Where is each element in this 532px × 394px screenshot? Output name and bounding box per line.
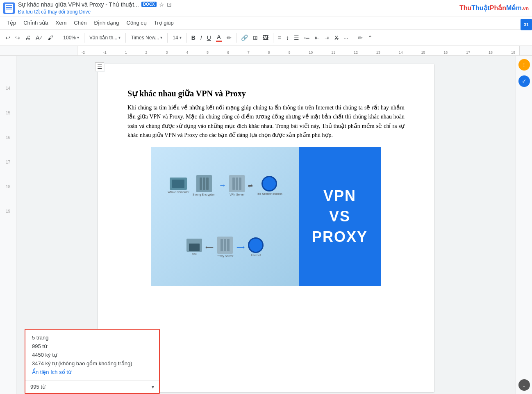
draw-button[interactable]: ✏: [356, 33, 365, 43]
label-proxy-server: Proxy Server: [217, 255, 233, 257]
label-vpn-server: VPN Server: [230, 193, 245, 196]
link-button[interactable]: 🔗: [239, 33, 250, 43]
spell-check-button[interactable]: A✓: [34, 33, 45, 43]
menu-edit[interactable]: Chỉnh sửa: [20, 18, 51, 27]
doc-heading: Sự khác nhau giữa VPN và Proxy: [127, 89, 405, 98]
ruler-marks: -2 -1 1 2 3 4 5 6 7 8 9 10 11 12 13 14 1…: [77, 50, 519, 55]
vs-label: VS: [329, 208, 350, 225]
ruler: -2 -1 1 2 3 4 5 6 7 8 9 10 11 12 13 14 1…: [0, 46, 532, 56]
wc-words: 995 từ: [32, 343, 152, 349]
page-num-4: 17: [0, 158, 16, 166]
drive-icon[interactable]: ⊡: [167, 1, 172, 8]
wc-hide-label[interactable]: Ẩn tiện ích số từ: [32, 369, 152, 375]
topbar: Sự khác nhau giữa VPN và Proxy - Thủ thu…: [0, 0, 532, 16]
align-button[interactable]: ≡: [276, 33, 283, 43]
logo-mem: Mềm: [506, 5, 522, 11]
logo-phan: Phần: [490, 5, 506, 11]
vpn-diagram-left: Whole Computer Strong Encryption: [151, 147, 299, 286]
calendar-icon[interactable]: 31: [521, 19, 532, 30]
list-button[interactable]: ☰: [292, 33, 301, 43]
page-layout-icon: ☰: [94, 61, 105, 72]
word-count-body: 5 trang 995 từ 4450 ký tự 3474 ký tự (kh…: [25, 330, 159, 380]
italic-button[interactable]: I: [198, 33, 204, 43]
proxy-row: You ⟵ Proxy Server: [186, 237, 264, 257]
arrow-left-proxy: ⟵: [205, 244, 214, 251]
menu-insert[interactable]: Chèn: [70, 18, 90, 27]
vpn-text-right: VPN VS PROXY: [299, 147, 381, 286]
star-icon[interactable]: ☆: [159, 1, 164, 8]
wc-dropdown-arrow[interactable]: ▾: [152, 384, 154, 390]
size-dropdown[interactable]: 14 ▾: [170, 34, 184, 42]
separator-4: [167, 33, 168, 43]
paint-format-button[interactable]: 🖌: [45, 33, 55, 43]
download-icon[interactable]: ↓: [518, 379, 530, 391]
toolbar: ↩ ↪ 🖨 A✓ 🖌 100% ▾ Văn bản th... ▾ Times …: [0, 30, 532, 46]
page-num-2: 15: [0, 109, 16, 117]
logo-vn: vn: [523, 6, 529, 11]
font-color-button[interactable]: A: [214, 32, 224, 43]
logo-area: ThuThuậtPhầnMềm.vn: [459, 4, 529, 12]
menu-file[interactable]: Tệp: [3, 18, 19, 27]
indent-more-button[interactable]: ⇥: [323, 33, 332, 43]
page-num-6: 19: [0, 207, 16, 216]
wc-footer-words: 995 từ: [30, 384, 149, 390]
separator-2: [84, 33, 84, 43]
doc-paragraph[interactable]: Khi chúng ta tìm hiểu về những kết nối m…: [127, 103, 405, 140]
separator-1: [58, 33, 58, 43]
separator-3: [125, 33, 126, 43]
doc-title: Sự khác nhau giữa VPN và Proxy - Thủ thu…: [18, 1, 139, 8]
title-area: Sự khác nhau giữa VPN và Proxy - Thủ thu…: [18, 1, 456, 15]
vpn-label: VPN: [323, 187, 356, 205]
wc-chars: 4450 ký tự: [32, 352, 152, 358]
logo-thu: Thu: [459, 5, 471, 11]
menubar: Tệp Chỉnh sửa Xem Chèn Định dạng Công cụ…: [0, 16, 532, 30]
word-count-popup: 5 trang 995 từ 4450 ký tự 3474 ký tự (kh…: [25, 329, 160, 394]
arrow-right-proxy: ⟶: [236, 244, 245, 251]
right-sidebar: ! ✓ ↓: [516, 56, 532, 394]
notifications-icon[interactable]: !: [518, 59, 530, 71]
undo-button[interactable]: ↩: [3, 33, 12, 43]
arrow-right-1: →: [218, 181, 226, 190]
separator-8: [353, 33, 353, 43]
redo-button[interactable]: ↪: [13, 33, 22, 43]
more-button[interactable]: ···: [341, 33, 350, 43]
label-greater-internet: The Greater Internet: [256, 192, 282, 195]
insert-button[interactable]: ⊞: [251, 33, 260, 43]
separator-6: [236, 33, 236, 43]
bullet-list-button[interactable]: ≔: [302, 33, 312, 43]
page-num-5: 18: [0, 183, 16, 191]
menu-tools[interactable]: Công cụ: [123, 18, 150, 27]
menu-format[interactable]: Định dạng: [91, 18, 122, 27]
docx-badge: DOCX: [141, 2, 157, 7]
underline-button[interactable]: U: [205, 33, 213, 43]
vpn-proxy-image: Whole Computer Strong Encryption: [151, 147, 381, 286]
style-dropdown[interactable]: Văn bản th... ▾: [87, 34, 123, 42]
label-you: You: [192, 253, 197, 255]
indent-less-button[interactable]: ⇤: [313, 33, 322, 43]
arrow-both-1: ⇌: [248, 182, 253, 189]
doc-scroll[interactable]: ☰ Sự khác nhau giữa VPN và Proxy Khi chú…: [16, 56, 516, 394]
doc-icon: [3, 2, 15, 14]
collapse-button[interactable]: ⌃: [366, 33, 375, 43]
bold-button[interactable]: B: [189, 33, 198, 43]
strikethrough-button[interactable]: X̶: [332, 33, 341, 43]
separator-5: [186, 33, 187, 43]
save-link[interactable]: Đã lưu tất cả thay đổi trong Drive: [18, 9, 91, 15]
page-num-1: 14: [0, 84, 16, 93]
menu-view[interactable]: Xem: [52, 18, 70, 27]
logo-thuat: Thuật: [471, 5, 490, 11]
wc-chars-no-space: 3474 ký tự (không bao gồm khoảng trắng): [32, 360, 152, 367]
highlight-button[interactable]: ✏: [225, 33, 234, 43]
zoom-dropdown[interactable]: 100% ▾: [61, 34, 82, 42]
menu-help[interactable]: Trợ giúp: [151, 18, 177, 27]
ruler-inner: -2 -1 1 2 3 4 5 6 7 8 9 10 11 12 13 14 1…: [77, 46, 520, 55]
image-button[interactable]: 🖼: [261, 33, 271, 43]
line-spacing-button[interactable]: ↕: [284, 33, 291, 43]
proxy-label: PROXY: [312, 228, 368, 246]
word-count-footer[interactable]: 995 từ ▾: [25, 380, 159, 393]
chat-icon[interactable]: ✓: [518, 75, 530, 87]
print-button[interactable]: 🖨: [23, 33, 33, 43]
font-dropdown[interactable]: Times New... ▾: [128, 34, 165, 42]
left-gutter: 14 15 16 17 18 19: [0, 56, 16, 394]
page-num-3: 16: [0, 134, 16, 142]
